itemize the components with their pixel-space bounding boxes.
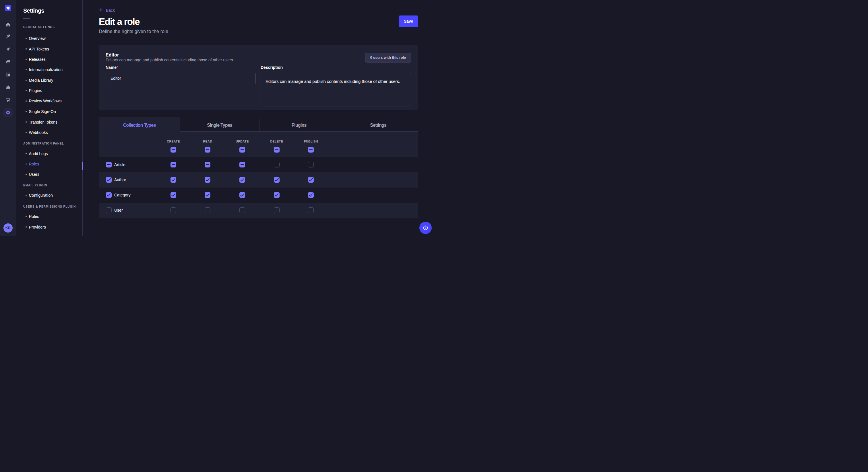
svg-text:?: ? bbox=[425, 226, 426, 229]
